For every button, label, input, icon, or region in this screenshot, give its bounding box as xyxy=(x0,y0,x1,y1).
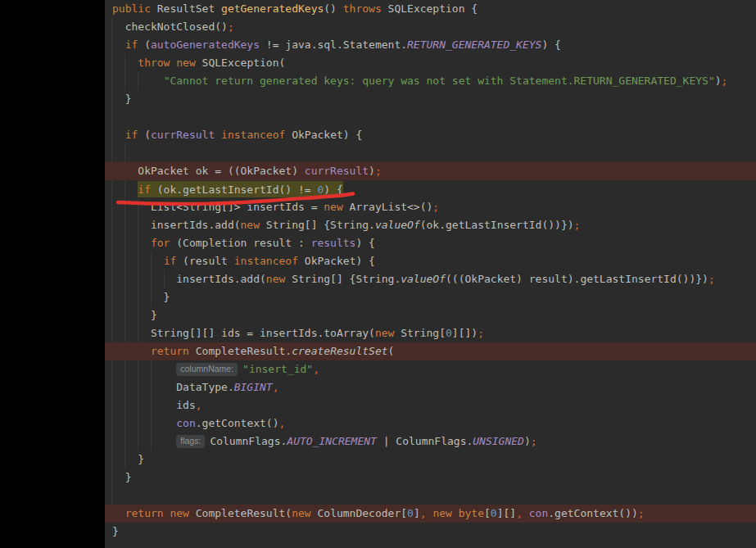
token: checkNotClosed() xyxy=(112,20,228,33)
token: return xyxy=(125,507,164,519)
token xyxy=(112,129,125,141)
token: SQLException { xyxy=(382,2,478,15)
code-line[interactable]: DataType.BIGINT, xyxy=(105,378,756,396)
code-line[interactable]: } xyxy=(105,90,756,108)
token: public xyxy=(112,2,151,15)
token: ResultSet xyxy=(151,2,221,15)
code-line[interactable]: String[][] ids = insertIds.toArray(new S… xyxy=(105,324,756,342)
token: ( xyxy=(138,38,151,51)
token: , xyxy=(516,507,523,519)
token: new xyxy=(432,507,451,519)
token xyxy=(112,38,125,51)
token: | ColumnFlags. xyxy=(377,435,473,447)
token: throws xyxy=(343,2,382,15)
code-line[interactable]: throw new SQLException( xyxy=(105,54,756,72)
token: if xyxy=(125,38,138,51)
token: ][]) xyxy=(452,327,478,339)
token: AUTO_INCREMENT xyxy=(287,435,377,447)
token: results xyxy=(311,237,356,249)
token: currResult xyxy=(151,129,215,141)
token: [ xyxy=(484,507,491,519)
token: instanceof xyxy=(221,129,285,141)
token: ) { xyxy=(355,237,374,249)
token: insertIds.add( xyxy=(112,273,266,285)
token: String[ xyxy=(394,327,446,339)
code-line[interactable]: flags:ColumnFlags.AUTO_INCREMENT | Colum… xyxy=(105,433,756,451)
token: ColumnDecoder[ xyxy=(311,507,407,519)
token: DataType. xyxy=(112,381,234,393)
token: ; xyxy=(228,20,234,33)
token: String[] {String. xyxy=(285,273,401,285)
token: ; xyxy=(478,327,484,339)
inlay-hint-chip: columnName: xyxy=(176,363,238,376)
token xyxy=(112,183,138,195)
token-yellow-marked: if xyxy=(138,181,151,197)
token: } xyxy=(112,453,144,465)
code-line[interactable]: if (result instanceof OkPacket) { xyxy=(105,252,756,270)
token: () xyxy=(324,2,342,15)
code-line[interactable]: public ResultSet getGeneratedKeys() thro… xyxy=(105,0,756,18)
code-line[interactable]: con.getContext(), xyxy=(105,414,756,433)
token: .getContext() xyxy=(196,417,279,429)
token: OkPacket) { xyxy=(285,129,362,141)
token: List<String[]> insertIds = xyxy=(112,201,324,213)
code-line[interactable] xyxy=(105,487,756,505)
token: } xyxy=(112,309,157,321)
token xyxy=(112,435,176,447)
token: UNSIGNED xyxy=(473,435,524,447)
code-line[interactable]: for (Completion result : results) { xyxy=(105,234,756,252)
code-line[interactable]: "Cannot return generated keys: query was… xyxy=(105,72,756,90)
token: new xyxy=(170,507,188,519)
token: BIGINT xyxy=(234,381,273,393)
token: } xyxy=(112,471,131,483)
token: ][] xyxy=(497,507,516,519)
code-line[interactable]: if (currResult instanceof OkPacket) { xyxy=(105,126,756,144)
token: .getContext()) xyxy=(548,507,638,519)
token: con xyxy=(529,507,548,519)
token: "insert_id" xyxy=(242,363,313,375)
token: instanceof xyxy=(234,255,298,267)
code-line[interactable]: } xyxy=(105,469,756,487)
code-line[interactable]: ids, xyxy=(105,396,756,414)
token xyxy=(112,363,176,375)
token: != java.sql.Statement. xyxy=(260,38,407,51)
token: insertIds.add( xyxy=(112,219,241,231)
token: ; xyxy=(708,273,715,285)
token: , xyxy=(279,417,286,429)
code-line-changed[interactable]: OkPacket ok = ((OkPacket) currResult); xyxy=(105,162,756,180)
token: , xyxy=(273,381,279,393)
code-line[interactable]: insertIds.add(new String[] {String.value… xyxy=(105,216,756,234)
token: } xyxy=(112,291,170,303)
code-line[interactable]: insertIds.add(new String[] {String.value… xyxy=(105,270,756,288)
code-line-changed[interactable]: return new CompleteResult(new ColumnDeco… xyxy=(105,505,756,523)
token xyxy=(112,57,138,69)
code-line[interactable]: } xyxy=(105,451,756,469)
code-line[interactable] xyxy=(105,144,756,162)
code-line-changed[interactable]: return CompleteResult.createResultSet( xyxy=(105,342,756,360)
token: ; xyxy=(531,435,537,447)
token: ; xyxy=(638,507,645,519)
token: ArrayList<>() xyxy=(343,201,433,213)
token: byte xyxy=(459,507,484,519)
code-line[interactable]: if (ok.getLastInsertId() != 0) { xyxy=(105,180,756,198)
token: ( xyxy=(388,345,395,357)
code-line[interactable]: columnName:"insert_id", xyxy=(105,360,756,378)
token: 0 xyxy=(407,507,414,519)
token: con xyxy=(176,417,195,429)
token: autoGeneratedKeys xyxy=(151,38,260,51)
code-line[interactable]: } xyxy=(105,288,756,306)
code-line[interactable]: List<String[]> insertIds = new ArrayList… xyxy=(105,198,756,216)
token: createResultSet xyxy=(292,345,387,357)
code-line[interactable] xyxy=(105,108,756,126)
code-line[interactable]: checkNotClosed(); xyxy=(105,18,756,36)
token: SQLException( xyxy=(196,57,286,69)
code-line[interactable]: if (autoGeneratedKeys != java.sql.Statem… xyxy=(105,36,756,54)
token: (Completion result : xyxy=(170,237,310,249)
code-line[interactable]: } xyxy=(105,523,756,541)
code-line[interactable]: } xyxy=(105,306,756,324)
token-yellow-marked: (ok.getLastInsertId() != xyxy=(151,181,318,197)
code-editor[interactable]: public ResultSet getGeneratedKeys() thro… xyxy=(105,0,756,548)
token: ; xyxy=(432,201,439,213)
token: throw xyxy=(138,57,170,69)
token: ids xyxy=(112,399,196,411)
